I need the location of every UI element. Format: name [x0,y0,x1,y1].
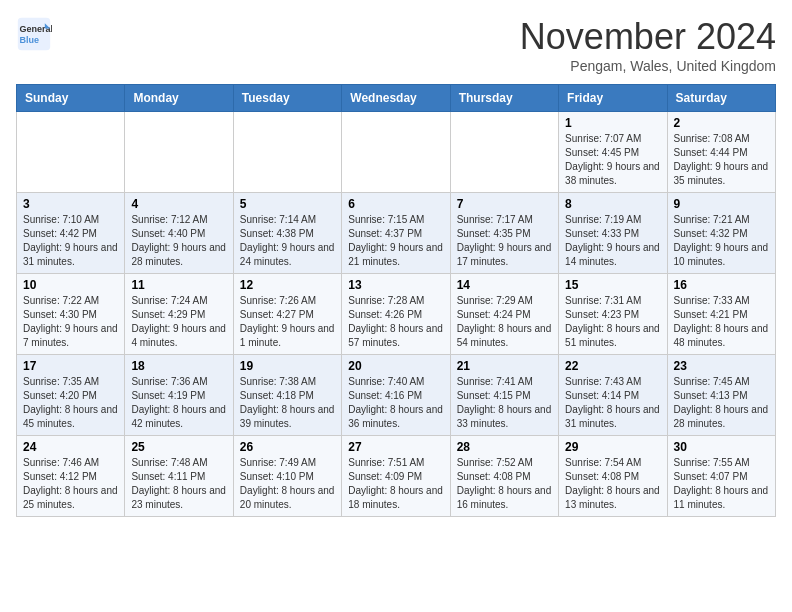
day-info: Sunrise: 7:52 AMSunset: 4:08 PMDaylight:… [457,456,552,512]
calendar-cell: 15Sunrise: 7:31 AMSunset: 4:23 PMDayligh… [559,274,667,355]
calendar-cell: 23Sunrise: 7:45 AMSunset: 4:13 PMDayligh… [667,355,775,436]
week-row-1: 1Sunrise: 7:07 AMSunset: 4:45 PMDaylight… [17,112,776,193]
calendar-cell: 27Sunrise: 7:51 AMSunset: 4:09 PMDayligh… [342,436,450,517]
day-number: 23 [674,359,769,373]
day-number: 25 [131,440,226,454]
calendar-cell: 3Sunrise: 7:10 AMSunset: 4:42 PMDaylight… [17,193,125,274]
day-number: 19 [240,359,335,373]
header: General Blue November 2024 Pengam, Wales… [16,16,776,74]
day-number: 24 [23,440,118,454]
day-number: 27 [348,440,443,454]
day-info: Sunrise: 7:17 AMSunset: 4:35 PMDaylight:… [457,213,552,269]
calendar-cell: 14Sunrise: 7:29 AMSunset: 4:24 PMDayligh… [450,274,558,355]
title-area: November 2024 Pengam, Wales, United King… [520,16,776,74]
day-number: 28 [457,440,552,454]
logo-icon: General Blue [16,16,52,52]
day-number: 11 [131,278,226,292]
weekday-header-tuesday: Tuesday [233,85,341,112]
day-number: 20 [348,359,443,373]
calendar-cell: 24Sunrise: 7:46 AMSunset: 4:12 PMDayligh… [17,436,125,517]
calendar-cell: 17Sunrise: 7:35 AMSunset: 4:20 PMDayligh… [17,355,125,436]
calendar-cell: 2Sunrise: 7:08 AMSunset: 4:44 PMDaylight… [667,112,775,193]
calendar-cell: 8Sunrise: 7:19 AMSunset: 4:33 PMDaylight… [559,193,667,274]
day-number: 1 [565,116,660,130]
calendar-cell: 1Sunrise: 7:07 AMSunset: 4:45 PMDaylight… [559,112,667,193]
day-info: Sunrise: 7:08 AMSunset: 4:44 PMDaylight:… [674,132,769,188]
day-number: 22 [565,359,660,373]
day-number: 18 [131,359,226,373]
day-number: 3 [23,197,118,211]
day-info: Sunrise: 7:22 AMSunset: 4:30 PMDaylight:… [23,294,118,350]
weekday-header-friday: Friday [559,85,667,112]
day-info: Sunrise: 7:51 AMSunset: 4:09 PMDaylight:… [348,456,443,512]
calendar-cell: 18Sunrise: 7:36 AMSunset: 4:19 PMDayligh… [125,355,233,436]
month-title: November 2024 [520,16,776,58]
calendar-cell: 22Sunrise: 7:43 AMSunset: 4:14 PMDayligh… [559,355,667,436]
day-number: 26 [240,440,335,454]
day-number: 12 [240,278,335,292]
day-info: Sunrise: 7:35 AMSunset: 4:20 PMDaylight:… [23,375,118,431]
day-number: 15 [565,278,660,292]
day-info: Sunrise: 7:38 AMSunset: 4:18 PMDaylight:… [240,375,335,431]
day-number: 13 [348,278,443,292]
day-info: Sunrise: 7:33 AMSunset: 4:21 PMDaylight:… [674,294,769,350]
day-info: Sunrise: 7:48 AMSunset: 4:11 PMDaylight:… [131,456,226,512]
day-info: Sunrise: 7:10 AMSunset: 4:42 PMDaylight:… [23,213,118,269]
day-info: Sunrise: 7:15 AMSunset: 4:37 PMDaylight:… [348,213,443,269]
day-number: 5 [240,197,335,211]
calendar-cell [233,112,341,193]
day-number: 16 [674,278,769,292]
calendar-table: SundayMondayTuesdayWednesdayThursdayFrid… [16,84,776,517]
day-info: Sunrise: 7:07 AMSunset: 4:45 PMDaylight:… [565,132,660,188]
day-info: Sunrise: 7:19 AMSunset: 4:33 PMDaylight:… [565,213,660,269]
day-number: 6 [348,197,443,211]
day-info: Sunrise: 7:29 AMSunset: 4:24 PMDaylight:… [457,294,552,350]
day-info: Sunrise: 7:24 AMSunset: 4:29 PMDaylight:… [131,294,226,350]
day-info: Sunrise: 7:40 AMSunset: 4:16 PMDaylight:… [348,375,443,431]
day-number: 2 [674,116,769,130]
day-info: Sunrise: 7:26 AMSunset: 4:27 PMDaylight:… [240,294,335,350]
calendar-cell: 9Sunrise: 7:21 AMSunset: 4:32 PMDaylight… [667,193,775,274]
day-info: Sunrise: 7:14 AMSunset: 4:38 PMDaylight:… [240,213,335,269]
calendar-cell: 21Sunrise: 7:41 AMSunset: 4:15 PMDayligh… [450,355,558,436]
calendar-cell: 29Sunrise: 7:54 AMSunset: 4:08 PMDayligh… [559,436,667,517]
calendar-cell [125,112,233,193]
calendar-cell: 20Sunrise: 7:40 AMSunset: 4:16 PMDayligh… [342,355,450,436]
calendar-cell: 10Sunrise: 7:22 AMSunset: 4:30 PMDayligh… [17,274,125,355]
calendar-cell: 11Sunrise: 7:24 AMSunset: 4:29 PMDayligh… [125,274,233,355]
calendar-cell: 5Sunrise: 7:14 AMSunset: 4:38 PMDaylight… [233,193,341,274]
day-info: Sunrise: 7:55 AMSunset: 4:07 PMDaylight:… [674,456,769,512]
day-number: 10 [23,278,118,292]
day-number: 9 [674,197,769,211]
calendar-cell: 19Sunrise: 7:38 AMSunset: 4:18 PMDayligh… [233,355,341,436]
day-info: Sunrise: 7:21 AMSunset: 4:32 PMDaylight:… [674,213,769,269]
calendar-cell: 6Sunrise: 7:15 AMSunset: 4:37 PMDaylight… [342,193,450,274]
week-row-2: 3Sunrise: 7:10 AMSunset: 4:42 PMDaylight… [17,193,776,274]
logo: General Blue [16,16,52,52]
weekday-header-thursday: Thursday [450,85,558,112]
day-number: 8 [565,197,660,211]
day-number: 14 [457,278,552,292]
day-info: Sunrise: 7:36 AMSunset: 4:19 PMDaylight:… [131,375,226,431]
calendar-cell [342,112,450,193]
subtitle: Pengam, Wales, United Kingdom [520,58,776,74]
day-info: Sunrise: 7:43 AMSunset: 4:14 PMDaylight:… [565,375,660,431]
weekday-header-row: SundayMondayTuesdayWednesdayThursdayFrid… [17,85,776,112]
day-number: 17 [23,359,118,373]
calendar-cell: 16Sunrise: 7:33 AMSunset: 4:21 PMDayligh… [667,274,775,355]
day-info: Sunrise: 7:49 AMSunset: 4:10 PMDaylight:… [240,456,335,512]
calendar-cell: 7Sunrise: 7:17 AMSunset: 4:35 PMDaylight… [450,193,558,274]
week-row-5: 24Sunrise: 7:46 AMSunset: 4:12 PMDayligh… [17,436,776,517]
day-info: Sunrise: 7:46 AMSunset: 4:12 PMDaylight:… [23,456,118,512]
day-info: Sunrise: 7:54 AMSunset: 4:08 PMDaylight:… [565,456,660,512]
day-number: 30 [674,440,769,454]
day-info: Sunrise: 7:28 AMSunset: 4:26 PMDaylight:… [348,294,443,350]
calendar-cell: 26Sunrise: 7:49 AMSunset: 4:10 PMDayligh… [233,436,341,517]
svg-text:Blue: Blue [20,35,40,45]
calendar-cell: 25Sunrise: 7:48 AMSunset: 4:11 PMDayligh… [125,436,233,517]
day-info: Sunrise: 7:31 AMSunset: 4:23 PMDaylight:… [565,294,660,350]
day-number: 29 [565,440,660,454]
day-info: Sunrise: 7:41 AMSunset: 4:15 PMDaylight:… [457,375,552,431]
calendar-cell [17,112,125,193]
day-number: 4 [131,197,226,211]
